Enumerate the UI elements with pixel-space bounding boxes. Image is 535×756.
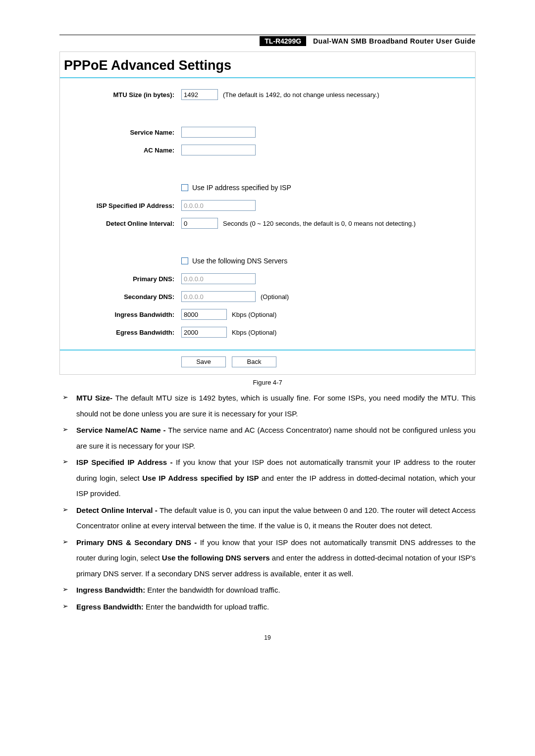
primary-dns-label: Primary DNS: <box>65 275 181 283</box>
service-name-label: Service Name: <box>65 129 181 136</box>
settings-panel: PPPoE Advanced Settings MTU Size (in byt… <box>59 51 476 375</box>
secondary-dns-label: Secondary DNS: <box>65 293 181 301</box>
desc-egress: Egress Bandwidth: Enter the bandwidth fo… <box>59 599 476 615</box>
use-isp-ip-label: Use IP address specified by ISP <box>192 184 291 192</box>
use-dns-label: Use the following DNS Servers <box>192 257 287 265</box>
desc-mtu: MTU Size- The default MTU size is 1492 b… <box>59 390 476 421</box>
header-model: TL-R4299G <box>260 36 306 46</box>
description-list: MTU Size- The default MTU size is 1492 b… <box>59 390 476 614</box>
back-button[interactable]: Back <box>232 356 276 367</box>
mtu-size-input[interactable] <box>181 89 218 100</box>
header-title: Dual-WAN SMB Broadband Router User Guide <box>308 37 476 45</box>
ingress-bw-hint: Kbps (Optional) <box>232 311 276 318</box>
egress-bw-label: Egress Bandwidth: <box>65 329 181 336</box>
save-button[interactable]: Save <box>181 356 226 367</box>
ac-name-label: AC Name: <box>65 147 181 154</box>
ac-name-input[interactable] <box>181 145 256 155</box>
panel-heading: PPPoE Advanced Settings <box>60 52 475 78</box>
service-name-input[interactable] <box>181 127 256 138</box>
detect-interval-hint: Seconds (0 ~ 120 seconds, the default is… <box>223 220 416 227</box>
page-header: TL-R4299G Dual-WAN SMB Broadband Router … <box>59 35 476 47</box>
page-number: 19 <box>59 634 476 641</box>
use-isp-ip-checkbox[interactable] <box>181 184 188 191</box>
secondary-dns-hint: (Optional) <box>261 293 289 301</box>
desc-detect-interval: Detect Online Interval - The default val… <box>59 503 476 534</box>
desc-dns: Primary DNS & Secondary DNS - If you kno… <box>59 535 476 582</box>
egress-bw-input[interactable] <box>181 327 227 338</box>
ingress-bw-input[interactable] <box>181 309 227 320</box>
mtu-size-hint: (The default is 1492, do not change unle… <box>223 91 379 99</box>
mtu-size-label: MTU Size (in bytes): <box>65 91 181 99</box>
isp-ip-input[interactable] <box>181 200 256 211</box>
figure-caption: Figure 4-7 <box>59 379 476 386</box>
primary-dns-input[interactable] <box>181 273 256 284</box>
desc-isp-ip: ISP Specified IP Address - If you know t… <box>59 454 476 502</box>
secondary-dns-input[interactable] <box>181 291 256 302</box>
desc-ingress: Ingress Bandwidth: Enter the bandwidth f… <box>59 582 476 598</box>
egress-bw-hint: Kbps (Optional) <box>232 329 276 336</box>
desc-service-name: Service Name/AC Name - The service name … <box>59 422 476 454</box>
detect-interval-label: Detect Online Interval: <box>65 220 181 227</box>
isp-ip-label: ISP Specified IP Address: <box>65 202 181 209</box>
use-dns-checkbox[interactable] <box>181 257 188 264</box>
detect-interval-input[interactable] <box>181 218 218 229</box>
ingress-bw-label: Ingress Bandwidth: <box>65 311 181 318</box>
